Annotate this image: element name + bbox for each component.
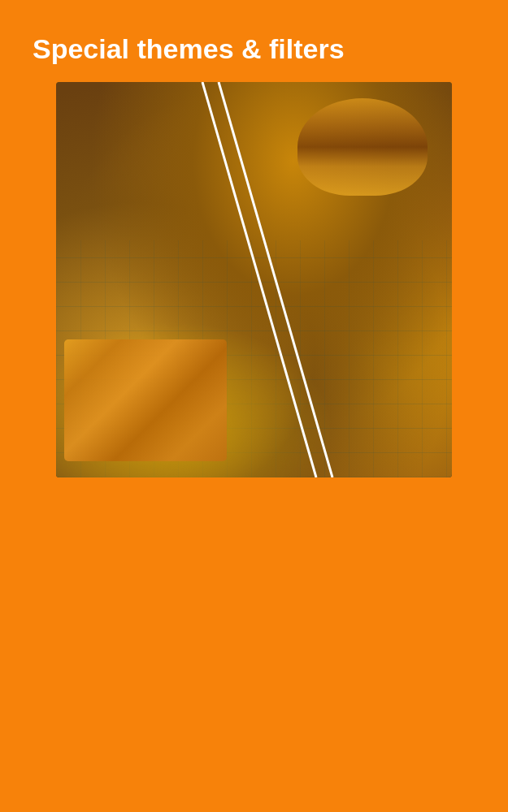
- food-photo: [56, 82, 452, 477]
- header-section: Special themes & filters: [0, 0, 508, 82]
- page-title: Special themes & filters: [33, 32, 345, 66]
- preview-image: None: [56, 82, 452, 477]
- burger-visual: [297, 98, 428, 196]
- fries-visual: [64, 339, 227, 461]
